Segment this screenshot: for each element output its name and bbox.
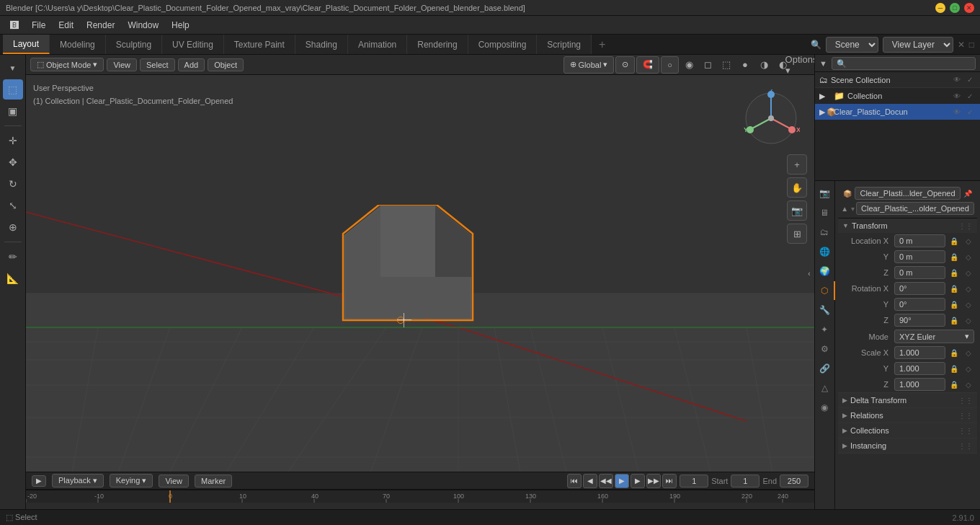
tool-annotate[interactable]: ✏ — [3, 247, 23, 267]
view-layer-selector[interactable]: View Layer — [883, 37, 953, 53]
scale-z-lock[interactable]: 🔒 — [948, 379, 960, 390]
start-frame-box[interactable]: 1 — [731, 475, 760, 488]
location-z-lock[interactable]: 🔒 — [948, 267, 960, 278]
relations-header[interactable]: ▶ Relations ⋮⋮ — [838, 408, 977, 423]
scale-y-anim[interactable]: ◇ — [963, 363, 974, 374]
tab-shading[interactable]: Shading — [295, 35, 348, 54]
object-name-field[interactable]: Clear_Plasti...lder_Opened — [855, 187, 960, 200]
tool-scale[interactable]: ⤡ — [3, 195, 23, 216]
tool-transform[interactable]: ⊕ — [3, 217, 23, 237]
obj-view-btn[interactable]: 👁 — [951, 106, 963, 118]
obj-check-btn[interactable]: ✓ — [964, 106, 976, 118]
minimize-button[interactable]: ─ — [935, 3, 945, 13]
tab-scripting[interactable]: Scripting — [537, 35, 592, 54]
transform-dropdown[interactable]: ⊕ Global ▾ — [564, 56, 615, 74]
rotation-y-lock[interactable]: 🔒 — [948, 299, 960, 310]
step-forward2-btn[interactable]: ▶▶ — [646, 474, 661, 488]
collections-options[interactable]: ⋮⋮ — [958, 427, 973, 435]
jump-to-start-btn[interactable]: ⏮ — [567, 474, 582, 488]
rotation-z-lock[interactable]: 🔒 — [948, 314, 960, 326]
rotation-y-field[interactable]: 0° — [894, 298, 945, 311]
instancing-options[interactable]: ⋮⋮ — [958, 442, 973, 450]
pivot-btn[interactable]: ⊙ — [615, 56, 635, 74]
keying-menu[interactable]: Keying ▾ — [110, 474, 153, 488]
tab-sculpting[interactable]: Sculpting — [106, 35, 162, 54]
menu-edit[interactable]: Edit — [53, 19, 79, 32]
menu-window[interactable]: Window — [122, 19, 164, 32]
step-back-btn[interactable]: ◀ — [583, 474, 597, 488]
prop-icon-constraints[interactable]: 🔗 — [815, 359, 835, 378]
scale-x-lock[interactable]: 🔒 — [948, 347, 960, 358]
delta-transform-header[interactable]: ▶ Delta Transform ⋮⋮ — [838, 393, 977, 407]
scale-z-anim[interactable]: ◇ — [963, 379, 974, 390]
maximize-button[interactable]: □ — [950, 3, 960, 13]
relations-options[interactable]: ⋮⋮ — [958, 412, 973, 420]
material-shading-btn[interactable]: ◑ — [755, 56, 772, 74]
tool-measure[interactable]: 📐 — [3, 268, 23, 288]
prop-icon-object-data[interactable]: △ — [815, 379, 835, 397]
viewport-mode-btn[interactable]: ⬚ Object Mode ▾ — [30, 58, 104, 71]
viewport-canvas[interactable]: User Perspective (1) Collection | Clear_… — [26, 75, 814, 472]
prop-icon-output[interactable]: 🖥 — [815, 203, 835, 222]
play-btn[interactable]: ▶ — [615, 474, 629, 488]
rotation-y-anim[interactable]: ◇ — [963, 299, 974, 310]
rotation-x-anim[interactable]: ◇ — [963, 283, 974, 294]
zoom-in-btn[interactable]: + — [787, 154, 807, 175]
play-reverse-btn[interactable]: ◀◀ — [599, 474, 613, 488]
add-workspace-button[interactable]: + — [592, 35, 612, 54]
prop-icon-physics[interactable]: ⚙ — [815, 340, 835, 358]
zoom-out-btn[interactable]: ⊞ — [787, 224, 807, 244]
menu-file[interactable]: File — [26, 19, 51, 32]
outliner-search[interactable] — [832, 57, 976, 70]
tab-uv-editing[interactable]: UV Editing — [162, 35, 224, 54]
tool-cursor[interactable]: ✛ — [3, 131, 23, 151]
add-menu-btn[interactable]: Add — [178, 58, 205, 71]
object-item-0[interactable]: ▶ 📦 Clear_Plastic_Docun 👁 ✓ — [815, 104, 980, 120]
delta-options[interactable]: ⋮⋮ — [958, 397, 973, 405]
collections-header[interactable]: ▶ Collections ⋮⋮ — [838, 423, 977, 438]
location-z-anim[interactable]: ◇ — [963, 267, 974, 278]
close-button[interactable]: ✕ — [964, 3, 974, 13]
collection-item-0[interactable]: ▶ 📁 Collection 👁 ✓ — [815, 88, 980, 104]
toolbar-mode-selector[interactable]: ▼ — [3, 58, 23, 78]
location-x-lock[interactable]: 🔒 — [948, 235, 960, 247]
instancing-header[interactable]: ▶ Instancing ⋮⋮ — [838, 438, 977, 453]
camera-btn[interactable]: 📷 — [787, 200, 807, 221]
wireframe-shading-btn[interactable]: ⬚ — [718, 56, 735, 74]
location-z-field[interactable]: 0 m — [894, 266, 945, 279]
object-menu-btn[interactable]: Object — [208, 58, 244, 71]
prop-icon-scene[interactable]: 🌐 — [815, 242, 835, 261]
solid-shading-btn[interactable]: ● — [736, 56, 754, 74]
xray-btn[interactable]: ◻ — [699, 56, 716, 74]
tool-move[interactable]: ✥ — [3, 152, 23, 172]
location-x-field[interactable]: 0 m — [894, 234, 945, 247]
view-toggle-btn[interactable]: 👁 — [951, 74, 963, 86]
tool-select[interactable]: ⬚ — [3, 79, 23, 100]
view-menu-btn[interactable]: View — [107, 58, 137, 71]
location-y-lock[interactable]: 🔒 — [948, 251, 960, 262]
scale-y-lock[interactable]: 🔒 — [948, 363, 960, 374]
tool-box-select[interactable]: ▣ — [3, 101, 23, 121]
rotation-z-anim[interactable]: ◇ — [963, 314, 974, 326]
prop-icon-particles[interactable]: ✦ — [815, 320, 835, 339]
rotation-mode-dropdown[interactable]: XYZ Euler ▾ — [894, 330, 974, 343]
prop-icon-modifier[interactable]: 🔧 — [815, 301, 835, 319]
scale-x-field[interactable]: 1.000 — [894, 346, 945, 359]
tab-compositing[interactable]: Compositing — [468, 35, 538, 54]
transform-options[interactable]: ⋮⋮ — [958, 222, 973, 230]
playback-menu[interactable]: Playback ▾ — [52, 474, 104, 488]
menu-render[interactable]: Render — [81, 19, 120, 32]
tab-animation[interactable]: Animation — [348, 35, 407, 54]
tab-modeling[interactable]: Modeling — [50, 35, 106, 54]
step-forward-btn[interactable]: ▶ — [631, 474, 645, 488]
scale-z-field[interactable]: 1.000 — [894, 378, 945, 391]
prop-icon-view-layer[interactable]: 🗂 — [815, 223, 835, 242]
rotation-z-field[interactable]: 90° — [894, 314, 945, 327]
current-frame-box[interactable]: 1 — [680, 475, 708, 488]
menu-blender[interactable]: 🅱 — [4, 19, 24, 32]
end-frame-box[interactable]: 250 — [780, 475, 808, 488]
scale-y-field[interactable]: 1.000 — [894, 362, 945, 375]
proportional-btn[interactable]: ○ — [661, 56, 679, 74]
options-btn[interactable]: Options ▾ — [793, 56, 810, 74]
select-menu-btn[interactable]: Select — [140, 58, 175, 71]
